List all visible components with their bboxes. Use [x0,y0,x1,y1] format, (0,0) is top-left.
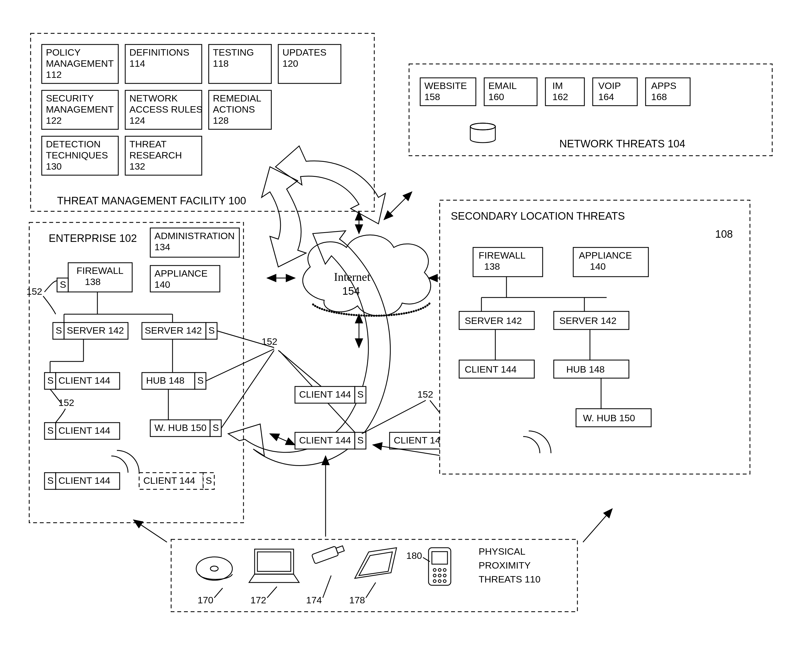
svg-text:THREATS 110: THREATS 110 [479,574,540,584]
box-network-access-rules: NETWORK ACCESS RULES 124 [125,90,205,129]
svg-text:SERVER 142: SERVER 142 [465,315,522,326]
internet-label: Internet [334,271,370,283]
box-remedial-actions: REMEDIAL ACTIONS 128 [209,90,271,129]
box-administration: ADMINISTRATION134 [150,228,239,257]
svg-text:THREAT MANAGEMENT FACILITY 100: THREAT MANAGEMENT FACILITY 100 [57,195,246,207]
svg-text:S: S [60,279,66,290]
box-voip: VOIP164 [593,78,637,106]
svg-text:CLIENT 144: CLIENT 144 [299,389,351,400]
secondary-hub: HUB 148 [554,360,629,378]
svg-text:S: S [56,325,62,336]
svg-text:PHYSICAL: PHYSICAL [479,546,525,557]
ref-152-center: 152 [262,336,278,347]
svg-rect-111 [440,200,750,474]
svg-text:CLIENT 144: CLIENT 144 [143,475,195,486]
svg-text:CLIENT 144: CLIENT 144 [58,475,110,486]
box-security-management: SECURITY MANAGEMENT 122 [42,90,118,129]
box-testing: TESTING 118 [209,45,271,83]
box-im: IM162 [545,78,584,106]
svg-text:PROXIMITY: PROXIMITY [479,560,531,571]
svg-text:S: S [206,475,212,486]
svg-text:108: 108 [715,228,733,240]
svg-text:172: 172 [250,595,266,605]
network-threats: NETWORK THREATS 104 WEBSITE158 EMAIL160 … [409,64,772,156]
svg-line-168 [583,509,612,542]
svg-text:SERVER 142: SERVER 142 [559,315,616,326]
svg-text:S: S [197,375,204,386]
free-client-1: S CLIENT 144 [295,386,366,403]
box-apps: APPS168 [646,78,690,106]
enterprise-client-c: S CLIENT 144 [45,473,120,489]
box-updates: UPDATES 120 [278,45,341,83]
box-detection-techniques: DETECTION TECHNIQUES 130 [42,136,118,175]
tmf-label: THREAT MANAGEMENT FACILITY [57,195,226,207]
open-arrow-enterprise-secondary [228,231,390,466]
box-website: WEBSITE158 [420,78,476,106]
svg-text:S: S [357,389,364,400]
svg-text:HUB 148: HUB 148 [566,364,605,375]
svg-text:CLIENT 144: CLIENT 144 [58,375,110,386]
box-definitions: DEFINITIONS 114 [125,45,202,83]
box-appliance-ent: APPLIANCE140 [150,266,220,292]
svg-text:S: S [208,325,215,336]
svg-text:180: 180 [406,550,422,561]
secondary-appliance: APPLIANCE140 [573,248,648,277]
svg-text:S: S [47,375,54,386]
svg-text:CLIENT 144: CLIENT 144 [394,435,445,445]
secondary-client: CLIENT 144 [459,360,534,378]
svg-text:W. HUB 150: W. HUB 150 [583,413,635,423]
enterprise-firewall: S FIREWALL138 [57,263,132,292]
svg-line-108 [362,400,426,434]
svg-text:NETWORK THREATS 104: NETWORK THREATS 104 [559,138,686,149]
box-email: EMAIL160 [484,78,537,106]
enterprise-whub: S W. HUB 150 [150,420,221,436]
svg-text:ENTERPRISE 102: ENTERPRISE 102 [49,232,137,244]
box-threat-research: THREAT RESEARCH 132 [125,136,202,175]
tmf-ref: 100 [228,195,246,207]
svg-text:SERVER 142: SERVER 142 [145,325,202,336]
ref-152a: 152 [27,286,42,297]
ref: 112 [46,69,62,80]
svg-text:170: 170 [198,595,214,605]
svg-text:S: S [47,425,54,436]
enterprise-client-d-dashed: S CLIENT 144 [139,473,214,489]
svg-text:178: 178 [349,595,365,605]
svg-line-110 [270,434,295,445]
enterprise-server2: S SERVER 142 [142,322,217,339]
svg-text:S: S [47,475,54,486]
svg-text:S: S [357,435,364,445]
svg-text:174: 174 [306,595,322,605]
threat-management-facility: THREAT MANAGEMENT FACILITY 100 POLICY MA… [31,33,374,211]
architecture-diagram: THREAT MANAGEMENT FACILITY 100 POLICY MA… [0,0,812,657]
svg-text:HUB 148: HUB 148 [146,375,184,386]
enterprise-client-b: S CLIENT 144 [45,423,120,439]
enterprise-server1: S SERVER 142 [53,322,128,339]
free-client-2: S CLIENT 144 [295,432,366,449]
ref-152-right: 152 [417,389,433,400]
enterprise-hub: S HUB 148 [142,372,206,389]
svg-text:SECONDARY LOCATION THREATS: SECONDARY LOCATION THREATS [451,210,625,222]
secondary-location-threats: SECONDARY LOCATION THREATS 108 FIREWALL1… [440,200,750,474]
svg-text:SERVER 142: SERVER 142 [67,325,124,336]
internet-ref: 154 [342,285,360,297]
svg-line-166 [134,520,167,542]
svg-text:W. HUB 150: W. HUB 150 [155,422,206,433]
enterprise-client-a: S CLIENT 144 [45,372,120,389]
svg-text:S: S [212,422,219,433]
secondary-server1: SERVER 142 [459,311,534,330]
box-policy-management: POLICY MANAGEMENT 112 [42,45,118,83]
internet-cloud: Internet 154 [303,235,431,316]
enterprise: ENTERPRISE 102 ADMINISTRATION134 S FIREW… [27,223,244,523]
svg-text:CLIENT 144: CLIENT 144 [299,435,351,445]
svg-text:CLIENT 144: CLIENT 144 [58,425,110,436]
svg-line-86 [384,192,412,220]
svg-text:CLIENT 144: CLIENT 144 [465,364,517,375]
secondary-server2: SERVER 142 [554,311,629,330]
physical-proximity-threats: PHYSICAL PROXIMITY THREATS 110 170 172 1… [171,539,578,612]
secondary-whub: W. HUB 150 [576,409,651,427]
secondary-firewall: FIREWALL138 [473,248,543,277]
